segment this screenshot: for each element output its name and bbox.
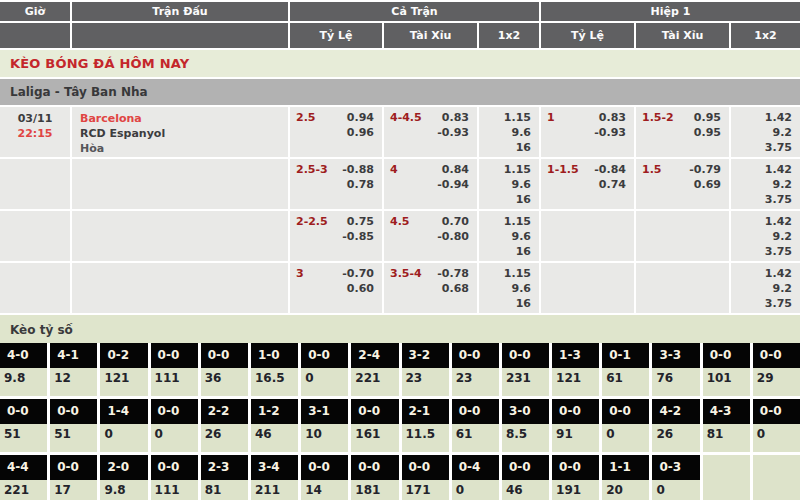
odds-value[interactable]: 0.78 [347, 177, 374, 192]
score-line[interactable]: 4-0 [0, 343, 47, 368]
odds-value[interactable]: 0.60 [347, 281, 374, 296]
odds-value[interactable]: -0.85 [342, 229, 374, 244]
score-cell[interactable]: 0-0231 [502, 343, 549, 396]
score-cell[interactable]: 3-376 [652, 343, 699, 396]
score-cell[interactable]: 0-0171 [402, 455, 449, 500]
score-line[interactable]: 3-2 [402, 343, 449, 368]
home-team-link[interactable]: Barcelona [80, 111, 288, 126]
score-cell[interactable]: 0-40 [452, 455, 499, 500]
score-odds-value[interactable]: 61 [452, 424, 499, 452]
odds-value[interactable]: 0.94 [347, 110, 374, 125]
score-cell[interactable]: 0-00 [151, 399, 198, 452]
score-odds-value[interactable]: 0 [301, 368, 348, 396]
score-line[interactable]: 0-0 [502, 343, 549, 368]
odds-value[interactable]: 0.69 [694, 177, 721, 192]
score-odds-value[interactable]: 46 [502, 480, 549, 500]
ft-1x2-cell[interactable]: 1.15 9.6 16 [479, 159, 539, 209]
h1-handicap-cell[interactable] [541, 211, 634, 261]
odds-value[interactable]: 0.70 [442, 214, 469, 229]
score-odds-value[interactable]: 11.5 [402, 424, 449, 452]
score-odds-value[interactable]: 0 [652, 480, 699, 500]
score-odds-value[interactable]: 191 [552, 480, 599, 500]
score-line[interactable]: 0-0 [151, 455, 198, 480]
overunder-line[interactable]: 1.5 [642, 162, 662, 209]
score-line[interactable]: 2-1 [402, 399, 449, 424]
odds-value[interactable]: 3.75 [765, 140, 792, 155]
score-line[interactable]: 3-0 [502, 399, 549, 424]
odds-value[interactable]: 9.2 [773, 281, 793, 296]
score-cell[interactable]: 0-00 [602, 399, 649, 452]
odds-value[interactable]: 16 [516, 192, 531, 207]
h1-1x2-cell[interactable]: 1.42 9.2 3.75 [731, 263, 800, 313]
score-line[interactable]: 0-0 [502, 455, 549, 480]
score-line[interactable]: 4-4 [0, 455, 47, 480]
score-cell[interactable]: 1-40 [100, 399, 147, 452]
score-odds-value[interactable]: 12 [50, 368, 97, 396]
handicap-line[interactable]: 2.5 [296, 110, 316, 157]
odds-value[interactable]: 0.84 [442, 162, 469, 177]
h1-1x2-cell[interactable]: 1.42 9.2 3.75 [731, 159, 800, 209]
overunder-line[interactable]: 4 [390, 162, 398, 209]
score-cell[interactable]: 0-0191 [552, 455, 599, 500]
score-odds-value[interactable]: 211 [251, 480, 298, 500]
ft-handicap-cell[interactable]: 2.5-3 -0.88 0.78 [290, 159, 382, 209]
score-cell[interactable]: 0-0101 [703, 343, 750, 396]
score-odds-value[interactable]: 0 [753, 424, 800, 452]
score-odds-value[interactable]: 14 [301, 480, 348, 500]
score-cell[interactable]: 0-0161 [351, 399, 398, 452]
odds-value[interactable]: 1.15 [504, 110, 531, 125]
score-odds-value[interactable]: 0 [602, 424, 649, 452]
score-cell[interactable]: 0-2121 [100, 343, 147, 396]
score-cell[interactable]: 0-061 [452, 399, 499, 452]
score-cell[interactable]: 0-00 [753, 399, 800, 452]
score-line[interactable]: 2-0 [100, 455, 147, 480]
score-odds-value[interactable]: 17 [50, 480, 97, 500]
score-odds-value[interactable]: 26 [201, 424, 248, 452]
score-cell[interactable]: 2-09.8 [100, 455, 147, 500]
score-odds-value[interactable]: 51 [50, 424, 97, 452]
score-odds-value[interactable]: 23 [402, 368, 449, 396]
score-odds-value[interactable]: 231 [502, 368, 549, 396]
score-cell[interactable]: 3-110 [301, 399, 348, 452]
score-cell[interactable]: 0-046 [502, 455, 549, 500]
score-line[interactable]: 0-0 [301, 343, 348, 368]
ft-overunder-cell[interactable]: 4.5 0.70 -0.80 [384, 211, 477, 261]
h1-overunder-cell[interactable]: 1.5-2 0.95 0.95 [636, 107, 729, 157]
score-line[interactable]: 3-3 [652, 343, 699, 368]
handicap-line[interactable]: 2-2.5 [296, 214, 328, 261]
score-odds-value[interactable]: 76 [652, 368, 699, 396]
score-odds-value[interactable]: 29 [753, 368, 800, 396]
h1-overunder-cell[interactable] [636, 211, 729, 261]
h1-1x2-cell[interactable]: 1.42 9.2 3.75 [731, 107, 800, 157]
odds-value[interactable]: -0.93 [594, 125, 626, 140]
score-odds-value[interactable]: 0 [100, 424, 147, 452]
score-odds-value[interactable]: 36 [201, 368, 248, 396]
odds-value[interactable]: 3.75 [765, 192, 792, 207]
score-cell[interactable]: 3-223 [402, 343, 449, 396]
score-line[interactable]: 0-0 [151, 399, 198, 424]
score-line[interactable]: 0-0 [753, 399, 800, 424]
h1-overunder-cell[interactable] [636, 263, 729, 313]
score-cell[interactable]: 1-016.5 [251, 343, 298, 396]
score-odds-value[interactable]: 9.8 [0, 368, 47, 396]
odds-value[interactable]: -0.84 [594, 162, 626, 177]
score-cell[interactable]: 0-051 [50, 399, 97, 452]
score-line[interactable]: 1-2 [251, 399, 298, 424]
score-odds-value[interactable]: 181 [351, 480, 398, 500]
score-odds-value[interactable]: 121 [552, 368, 599, 396]
odds-value[interactable]: 1.15 [504, 162, 531, 177]
score-line[interactable]: 0-0 [402, 455, 449, 480]
ft-handicap-cell[interactable]: 3 -0.70 0.60 [290, 263, 382, 313]
score-odds-value[interactable]: 46 [251, 424, 298, 452]
h1-overunder-cell[interactable]: 1.5 -0.79 0.69 [636, 159, 729, 209]
score-cell[interactable]: 2-4221 [351, 343, 398, 396]
odds-value[interactable]: -0.79 [689, 162, 721, 177]
odds-value[interactable]: 9.6 [512, 281, 532, 296]
odds-value[interactable]: 1.42 [765, 266, 792, 281]
score-cell[interactable]: 1-246 [251, 399, 298, 452]
h1-handicap-cell[interactable]: 1-1.5 -0.84 0.74 [541, 159, 634, 209]
score-cell[interactable]: 1-120 [602, 455, 649, 500]
odds-value[interactable]: 9.2 [773, 229, 793, 244]
handicap-line[interactable]: 1-1.5 [547, 162, 579, 209]
overunder-line[interactable]: 1.5-2 [642, 110, 674, 157]
